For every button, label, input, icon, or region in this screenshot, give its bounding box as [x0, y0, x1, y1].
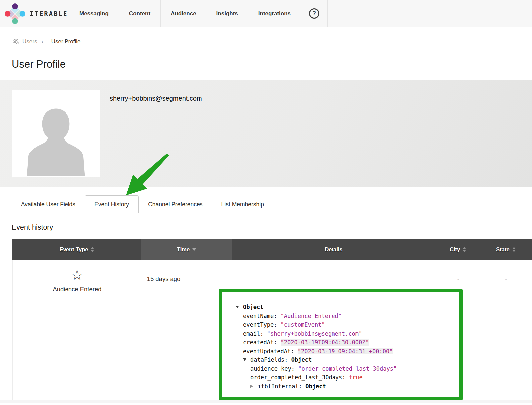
sort-icon — [512, 247, 516, 252]
event-history-table: Event Type Time Details City State ☆ — [12, 239, 532, 400]
breadcrumb-root-label: Users — [22, 38, 37, 45]
table-row: ☆ Audience Entered 15 days ago - - Objec… — [12, 260, 532, 400]
table-header: Event Type Time Details City State — [12, 239, 532, 260]
event-type-cell: ☆ Audience Entered — [13, 260, 142, 400]
json-entry: createdAt: "2020-03-19T09:04:30.000Z" — [222, 338, 459, 347]
time-cell: 15 days ago — [142, 260, 232, 400]
chevron-right-icon: › — [41, 38, 43, 45]
breadcrumb: Users › User Profile — [12, 38, 532, 45]
json-entry: order_completed_last_30days: true — [222, 373, 459, 382]
tab-available-user-fields[interactable]: Available User Fields — [12, 196, 85, 213]
nav-item-messaging[interactable]: Messaging — [69, 0, 119, 27]
column-header-state[interactable]: State — [480, 239, 532, 260]
column-header-city[interactable]: City — [436, 239, 480, 260]
json-entry: eventName: "Audience Entered" — [222, 312, 459, 321]
sort-icon — [91, 247, 94, 252]
event-type-label: Audience Entered — [13, 286, 142, 293]
tab-list-membership[interactable]: List Membership — [212, 196, 273, 213]
nav-item-integrations[interactable]: Integrations — [248, 0, 301, 27]
json-node-datafields[interactable]: dataFields: Object — [222, 355, 459, 364]
tab-channel-preferences[interactable]: Channel Preferences — [139, 196, 212, 213]
breadcrumb-current-label: User Profile — [51, 38, 81, 45]
triangle-collapsed-icon[interactable] — [250, 385, 253, 388]
json-entry: eventType: "customEvent" — [222, 320, 459, 329]
page-title: User Profile — [12, 58, 532, 70]
help-button[interactable]: ? — [301, 0, 328, 27]
sort-desc-icon — [192, 248, 196, 251]
json-root-node[interactable]: Object — [222, 303, 459, 312]
breadcrumb-users-link[interactable]: Users — [12, 38, 37, 45]
time-value[interactable]: 15 days ago — [147, 275, 181, 285]
profile-hero: sherry+bobbins@segment.com — [0, 80, 532, 187]
top-nav: ITERABLE Messaging Content Audience Insi… — [0, 0, 532, 27]
nav-item-content[interactable]: Content — [119, 0, 160, 27]
iterable-logo[interactable]: ITERABLE — [0, 0, 69, 27]
nav-item-insights[interactable]: Insights — [206, 0, 248, 27]
star-icon: ☆ — [13, 268, 142, 282]
details-json-annotation-box: Object eventName: "Audience Entered" eve… — [219, 289, 463, 400]
section-heading: Event history — [12, 223, 532, 232]
sort-icon — [463, 247, 466, 252]
state-value: - — [480, 260, 532, 400]
triangle-expanded-icon[interactable] — [243, 358, 246, 361]
profile-tabs: Available User Fields Event History Chan… — [0, 196, 532, 213]
column-header-details: Details — [232, 239, 436, 260]
iterable-logo-icon — [5, 3, 25, 24]
json-entry: audience_key: "order_completed_last_30da… — [222, 364, 459, 373]
brand-name: ITERABLE — [30, 10, 68, 17]
user-profile-page: ITERABLE Messaging Content Audience Insi… — [0, 0, 532, 405]
page-bottom-strip — [0, 400, 532, 403]
triangle-expanded-icon[interactable] — [236, 306, 239, 308]
json-entry: eventUpdatedAt: "2020-03-19 09:04:31 +00… — [222, 347, 459, 356]
nav-item-audience[interactable]: Audience — [160, 0, 206, 27]
avatar — [12, 90, 100, 177]
tab-event-history[interactable]: Event History — [85, 195, 139, 213]
avatar-placeholder-icon — [18, 98, 94, 177]
column-header-time[interactable]: Time — [141, 239, 232, 260]
users-icon — [12, 39, 20, 45]
column-header-event-type[interactable]: Event Type — [12, 239, 141, 260]
user-email: sherry+bobbins@segment.com — [110, 95, 202, 102]
json-node-itblinternal[interactable]: itblInternal: Object — [222, 382, 459, 391]
json-entry: email: "sherry+bobbins@segment.com" — [222, 329, 459, 338]
help-icon: ? — [309, 8, 319, 19]
